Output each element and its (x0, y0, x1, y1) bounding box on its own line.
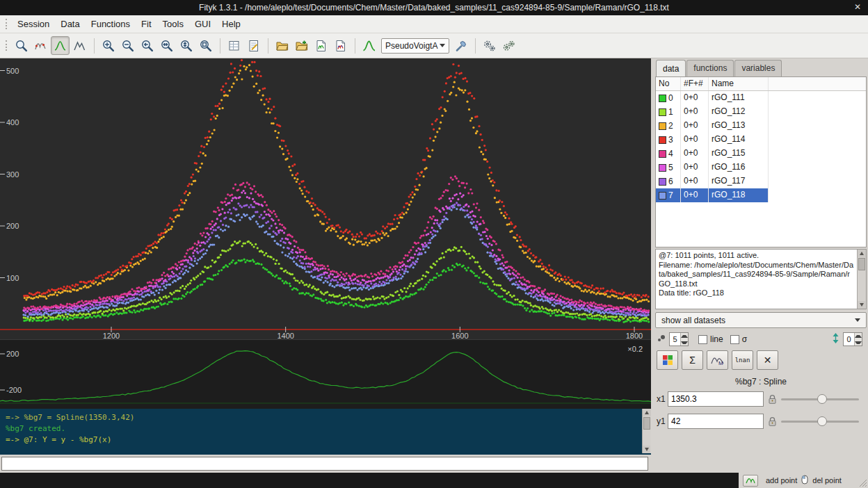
function-type-value: PseudoVoigtA (385, 41, 437, 51)
run-fit-icon[interactable] (480, 36, 499, 55)
sidebar: data functions variables No #F+# Name 00… (654, 58, 868, 488)
add-point-mode-icon[interactable] (70, 36, 89, 55)
svg-text:200: 200 (6, 350, 19, 358)
mouse-icon (801, 475, 808, 486)
add-peak-mode-icon[interactable] (51, 36, 70, 55)
info-line: Filename: /home/aleplo/test/Documents/Ch… (659, 261, 855, 289)
param-y1-input[interactable] (668, 414, 764, 429)
table-row[interactable]: 10+0rGO_112 (656, 105, 866, 119)
datasets-dropdown[interactable]: show all datasets (655, 312, 867, 328)
zoom-out-icon[interactable] (118, 36, 137, 55)
menubar: SessionDataFunctionsFitToolsGUIHelp (0, 15, 868, 33)
table-row[interactable]: 20+0rGO_113 (656, 119, 866, 133)
spin-up-icon[interactable] (681, 333, 688, 339)
aux-plot-canvas[interactable]: 200-200 (0, 340, 651, 409)
delete-dataset-button[interactable]: ✕ (757, 350, 778, 370)
menu-functions[interactable]: Functions (86, 16, 136, 32)
sigma-checkbox[interactable] (730, 335, 739, 344)
zoom-vertical-icon[interactable] (177, 36, 195, 55)
datasets-dropdown-value: show all datasets (661, 316, 725, 325)
chevron-down-icon (440, 44, 445, 47)
menubar-grip (6, 19, 8, 29)
line-checkbox[interactable] (698, 335, 707, 344)
dataset-table-header: No #F+# Name (656, 77, 866, 91)
point-size-spinner[interactable]: 5 (669, 332, 689, 346)
menu-session[interactable]: Session (12, 16, 55, 32)
slider-thumb[interactable] (817, 416, 827, 426)
table-row[interactable]: 50+0rGO_116 (656, 161, 866, 174)
y-offset-spinner[interactable]: 0 (843, 332, 862, 346)
lock-icon[interactable] (768, 394, 777, 405)
info-scrollbar[interactable] (857, 250, 866, 309)
zoom-all-icon[interactable] (196, 36, 215, 55)
menu-tools[interactable]: Tools (157, 16, 189, 32)
table-row[interactable]: 00+0rGO_111 (656, 91, 866, 105)
continue-fit-icon[interactable] (499, 36, 518, 55)
slider-thumb[interactable] (817, 394, 827, 404)
spin-down-icon[interactable] (855, 339, 862, 345)
spin-down-icon[interactable] (681, 339, 688, 345)
sigma-checkbox-label: σ (742, 334, 747, 344)
zoom-in-icon[interactable] (99, 36, 118, 55)
scrollbar-thumb[interactable] (643, 417, 650, 430)
header-name: Name (709, 77, 769, 90)
resize-grip-icon[interactable] (858, 478, 867, 487)
add-function-icon[interactable] (360, 36, 378, 55)
titlebar: Fityk 1.3.1 - /home/aleplo/test/Document… (0, 0, 868, 15)
scroll-down-icon[interactable] (858, 301, 865, 309)
export-data-icon[interactable] (331, 36, 350, 55)
dataset-color-swatch (659, 178, 666, 186)
vertical-shift-icon (831, 332, 840, 346)
data-range-mode-icon[interactable] (31, 36, 50, 55)
table-row[interactable]: 70+0rGO_118 (656, 188, 866, 202)
output-console: =-> %bg7 = Spline(1350.3,42)%bg7 created… (0, 409, 651, 455)
aux-scale-label: ×0.2 (627, 345, 643, 353)
tab-variables[interactable]: variables (734, 60, 782, 76)
sum-button[interactable]: Σ (682, 350, 703, 370)
zoom-horizontal-icon[interactable] (157, 36, 176, 55)
close-icon[interactable]: ✕ (854, 2, 861, 12)
aux-plot[interactable]: 200-200 ×0.2 (0, 339, 651, 409)
menu-help[interactable]: Help (216, 16, 246, 32)
menu-data[interactable]: Data (55, 16, 85, 32)
menu-gui[interactable]: GUI (189, 16, 216, 32)
scroll-up-icon[interactable] (643, 409, 651, 416)
script-editor-icon[interactable] (244, 36, 263, 55)
menu-fit[interactable]: Fit (136, 16, 156, 32)
table-row[interactable]: 60+0rGO_117 (656, 174, 866, 188)
merge-points-button[interactable]: M (707, 350, 728, 370)
command-input[interactable] (1, 457, 648, 471)
line-checkbox-label: line (710, 334, 723, 344)
save-session-icon[interactable] (312, 36, 330, 55)
zoom-previous-icon[interactable] (138, 36, 156, 55)
lock-icon[interactable] (768, 416, 777, 427)
hint-config-button[interactable] (743, 475, 758, 487)
table-row[interactable]: 40+0rGO_115 (656, 147, 866, 161)
scroll-up-icon[interactable] (858, 250, 866, 257)
add-point-hint: add point (766, 476, 797, 485)
table-row[interactable]: 30+0rGO_114 (656, 133, 866, 147)
param-row-y1: y1 (657, 413, 865, 430)
dataset-color-swatch (659, 192, 666, 200)
tab-data[interactable]: data (656, 60, 686, 76)
command-input-row (0, 455, 651, 473)
strip-nan-button[interactable]: lnan (732, 350, 753, 370)
zoom-normal-mode-icon[interactable] (12, 36, 31, 55)
main-plot[interactable]: 1200140016001800100200300400500 (0, 58, 651, 339)
data-editor-icon[interactable] (225, 36, 243, 55)
spin-up-icon[interactable] (855, 333, 862, 339)
main-plot-canvas[interactable]: 1200140016001800100200300400500 (0, 58, 651, 339)
scroll-down-icon[interactable] (643, 446, 650, 453)
open-session-icon[interactable] (273, 36, 291, 55)
param-x1-input[interactable] (668, 391, 764, 407)
mouse-hint-panel: add point del point (739, 473, 868, 488)
function-type-select[interactable]: PseudoVoigtA (381, 38, 449, 54)
open-data-icon[interactable] (292, 36, 311, 55)
param-x1-slider[interactable] (781, 391, 859, 407)
fit-settings-icon[interactable] (451, 36, 470, 55)
console-scrollbar[interactable] (642, 409, 651, 453)
scrollbar-thumb[interactable] (858, 258, 865, 270)
tab-functions[interactable]: functions (686, 60, 734, 76)
dataset-colors-button[interactable] (657, 350, 678, 370)
param-y1-slider[interactable] (781, 414, 859, 429)
